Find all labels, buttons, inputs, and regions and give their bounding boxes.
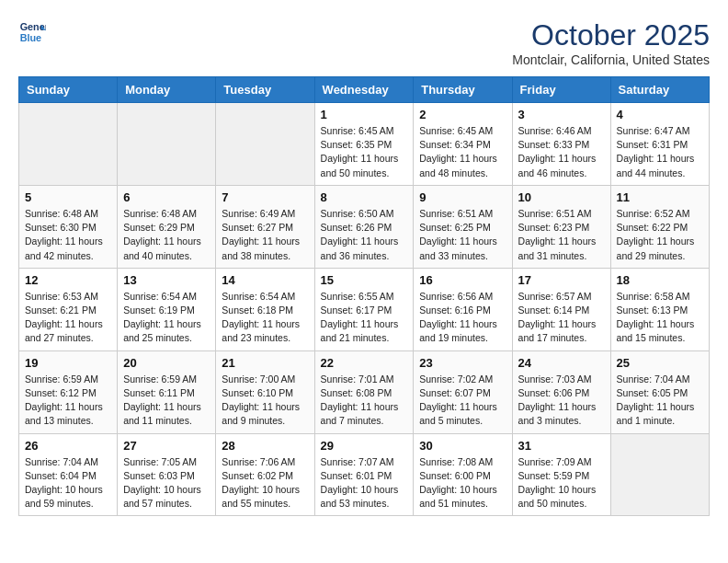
calendar-cell: 14Sunrise: 6:54 AM Sunset: 6:18 PM Dayli… bbox=[216, 268, 314, 350]
day-number: 22 bbox=[321, 356, 408, 370]
calendar-cell bbox=[216, 103, 314, 186]
day-info: Sunrise: 7:05 AM Sunset: 6:03 PM Dayligh… bbox=[123, 455, 210, 511]
calendar-cell: 22Sunrise: 7:01 AM Sunset: 6:08 PM Dayli… bbox=[314, 350, 414, 433]
day-number: 14 bbox=[222, 273, 308, 287]
day-number: 7 bbox=[222, 190, 308, 204]
day-info: Sunrise: 7:02 AM Sunset: 6:07 PM Dayligh… bbox=[419, 373, 506, 429]
day-info: Sunrise: 7:07 AM Sunset: 6:01 PM Dayligh… bbox=[321, 455, 408, 511]
day-info: Sunrise: 7:04 AM Sunset: 6:05 PM Dayligh… bbox=[617, 373, 703, 429]
day-info: Sunrise: 6:48 AM Sunset: 6:30 PM Dayligh… bbox=[25, 207, 111, 263]
day-info: Sunrise: 7:09 AM Sunset: 5:59 PM Dayligh… bbox=[518, 455, 605, 511]
weekday-header-tuesday: Tuesday bbox=[216, 77, 314, 103]
day-number: 27 bbox=[123, 439, 210, 453]
day-info: Sunrise: 6:50 AM Sunset: 6:26 PM Dayligh… bbox=[321, 207, 408, 263]
day-number: 12 bbox=[25, 273, 111, 287]
day-info: Sunrise: 6:52 AM Sunset: 6:22 PM Dayligh… bbox=[617, 207, 703, 263]
day-number: 4 bbox=[617, 108, 703, 121]
day-number: 30 bbox=[419, 439, 506, 453]
calendar-cell: 21Sunrise: 7:00 AM Sunset: 6:10 PM Dayli… bbox=[216, 350, 314, 433]
day-info: Sunrise: 6:58 AM Sunset: 6:13 PM Dayligh… bbox=[617, 290, 703, 346]
calendar-cell: 18Sunrise: 6:58 AM Sunset: 6:13 PM Dayli… bbox=[610, 268, 709, 350]
svg-text:Blue: Blue bbox=[20, 32, 41, 43]
day-info: Sunrise: 7:00 AM Sunset: 6:10 PM Dayligh… bbox=[222, 373, 308, 429]
logo: General Blue bbox=[18, 18, 46, 46]
calendar-cell: 28Sunrise: 7:06 AM Sunset: 6:02 PM Dayli… bbox=[216, 433, 314, 516]
weekday-header-monday: Monday bbox=[118, 77, 216, 103]
calendar-cell: 7Sunrise: 6:49 AM Sunset: 6:27 PM Daylig… bbox=[216, 185, 314, 268]
day-number: 2 bbox=[419, 108, 506, 121]
calendar-cell: 26Sunrise: 7:04 AM Sunset: 6:04 PM Dayli… bbox=[19, 433, 118, 516]
title-block: October 2025 Montclair, California, Unit… bbox=[512, 18, 710, 67]
calendar-cell: 29Sunrise: 7:07 AM Sunset: 6:01 PM Dayli… bbox=[314, 433, 414, 516]
day-number: 19 bbox=[25, 356, 111, 370]
day-info: Sunrise: 6:54 AM Sunset: 6:18 PM Dayligh… bbox=[222, 290, 308, 346]
calendar-cell: 8Sunrise: 6:50 AM Sunset: 6:26 PM Daylig… bbox=[314, 185, 414, 268]
day-info: Sunrise: 7:03 AM Sunset: 6:06 PM Dayligh… bbox=[518, 373, 605, 429]
day-info: Sunrise: 6:54 AM Sunset: 6:19 PM Dayligh… bbox=[123, 290, 210, 346]
weekday-header-sunday: Sunday bbox=[19, 77, 118, 103]
day-number: 9 bbox=[419, 190, 506, 204]
calendar-cell: 4Sunrise: 6:47 AM Sunset: 6:31 PM Daylig… bbox=[610, 103, 709, 186]
day-number: 8 bbox=[321, 190, 408, 204]
calendar-week-5: 26Sunrise: 7:04 AM Sunset: 6:04 PM Dayli… bbox=[19, 433, 710, 516]
calendar-cell bbox=[610, 433, 709, 516]
day-number: 28 bbox=[222, 439, 308, 453]
day-number: 26 bbox=[25, 439, 111, 453]
calendar-cell bbox=[118, 103, 216, 186]
day-number: 23 bbox=[419, 356, 506, 370]
day-info: Sunrise: 6:47 AM Sunset: 6:31 PM Dayligh… bbox=[617, 124, 703, 180]
calendar-cell: 19Sunrise: 6:59 AM Sunset: 6:12 PM Dayli… bbox=[19, 350, 118, 433]
calendar-cell: 5Sunrise: 6:48 AM Sunset: 6:30 PM Daylig… bbox=[19, 185, 118, 268]
calendar-cell: 10Sunrise: 6:51 AM Sunset: 6:23 PM Dayli… bbox=[512, 185, 610, 268]
calendar-cell: 16Sunrise: 6:56 AM Sunset: 6:16 PM Dayli… bbox=[414, 268, 512, 350]
calendar-cell: 9Sunrise: 6:51 AM Sunset: 6:25 PM Daylig… bbox=[414, 185, 512, 268]
calendar-cell: 13Sunrise: 6:54 AM Sunset: 6:19 PM Dayli… bbox=[118, 268, 216, 350]
calendar-cell: 17Sunrise: 6:57 AM Sunset: 6:14 PM Dayli… bbox=[512, 268, 610, 350]
calendar-cell bbox=[19, 103, 118, 186]
day-number: 1 bbox=[321, 108, 408, 121]
calendar-cell: 2Sunrise: 6:45 AM Sunset: 6:34 PM Daylig… bbox=[414, 103, 512, 186]
weekday-header-wednesday: Wednesday bbox=[314, 77, 414, 103]
weekday-header-friday: Friday bbox=[512, 77, 610, 103]
day-number: 10 bbox=[518, 190, 605, 204]
calendar-cell: 30Sunrise: 7:08 AM Sunset: 6:00 PM Dayli… bbox=[414, 433, 512, 516]
calendar-table: SundayMondayTuesdayWednesdayThursdayFrid… bbox=[18, 76, 710, 516]
calendar-cell: 23Sunrise: 7:02 AM Sunset: 6:07 PM Dayli… bbox=[414, 350, 512, 433]
day-info: Sunrise: 6:46 AM Sunset: 6:33 PM Dayligh… bbox=[518, 124, 605, 180]
day-number: 17 bbox=[518, 273, 605, 287]
weekday-header-thursday: Thursday bbox=[414, 77, 512, 103]
calendar-cell: 12Sunrise: 6:53 AM Sunset: 6:21 PM Dayli… bbox=[19, 268, 118, 350]
calendar-cell: 24Sunrise: 7:03 AM Sunset: 6:06 PM Dayli… bbox=[512, 350, 610, 433]
day-number: 25 bbox=[617, 356, 703, 370]
calendar-cell: 15Sunrise: 6:55 AM Sunset: 6:17 PM Dayli… bbox=[314, 268, 414, 350]
calendar-cell: 1Sunrise: 6:45 AM Sunset: 6:35 PM Daylig… bbox=[314, 103, 414, 186]
day-info: Sunrise: 7:04 AM Sunset: 6:04 PM Dayligh… bbox=[25, 455, 111, 511]
day-number: 29 bbox=[321, 439, 408, 453]
logo-icon: General Blue bbox=[18, 18, 46, 46]
calendar-cell: 20Sunrise: 6:59 AM Sunset: 6:11 PM Dayli… bbox=[118, 350, 216, 433]
day-info: Sunrise: 7:01 AM Sunset: 6:08 PM Dayligh… bbox=[321, 373, 408, 429]
day-info: Sunrise: 6:56 AM Sunset: 6:16 PM Dayligh… bbox=[419, 290, 506, 346]
day-info: Sunrise: 6:59 AM Sunset: 6:11 PM Dayligh… bbox=[123, 373, 210, 429]
day-info: Sunrise: 6:48 AM Sunset: 6:29 PM Dayligh… bbox=[123, 207, 210, 263]
day-info: Sunrise: 6:51 AM Sunset: 6:25 PM Dayligh… bbox=[419, 207, 506, 263]
calendar-week-2: 5Sunrise: 6:48 AM Sunset: 6:30 PM Daylig… bbox=[19, 185, 710, 268]
day-info: Sunrise: 6:45 AM Sunset: 6:34 PM Dayligh… bbox=[419, 124, 506, 180]
day-number: 31 bbox=[518, 439, 605, 453]
day-info: Sunrise: 6:55 AM Sunset: 6:17 PM Dayligh… bbox=[321, 290, 408, 346]
location: Montclair, California, United States bbox=[512, 52, 710, 67]
calendar-week-4: 19Sunrise: 6:59 AM Sunset: 6:12 PM Dayli… bbox=[19, 350, 710, 433]
calendar-week-1: 1Sunrise: 6:45 AM Sunset: 6:35 PM Daylig… bbox=[19, 103, 710, 186]
day-number: 24 bbox=[518, 356, 605, 370]
day-number: 21 bbox=[222, 356, 308, 370]
day-number: 13 bbox=[123, 273, 210, 287]
day-info: Sunrise: 6:59 AM Sunset: 6:12 PM Dayligh… bbox=[25, 373, 111, 429]
day-number: 11 bbox=[617, 190, 703, 204]
calendar-cell: 25Sunrise: 7:04 AM Sunset: 6:05 PM Dayli… bbox=[610, 350, 709, 433]
month-title: October 2025 bbox=[512, 18, 710, 52]
calendar-cell: 27Sunrise: 7:05 AM Sunset: 6:03 PM Dayli… bbox=[118, 433, 216, 516]
day-number: 20 bbox=[123, 356, 210, 370]
day-number: 16 bbox=[419, 273, 506, 287]
day-number: 5 bbox=[25, 190, 111, 204]
day-info: Sunrise: 7:06 AM Sunset: 6:02 PM Dayligh… bbox=[222, 455, 308, 511]
